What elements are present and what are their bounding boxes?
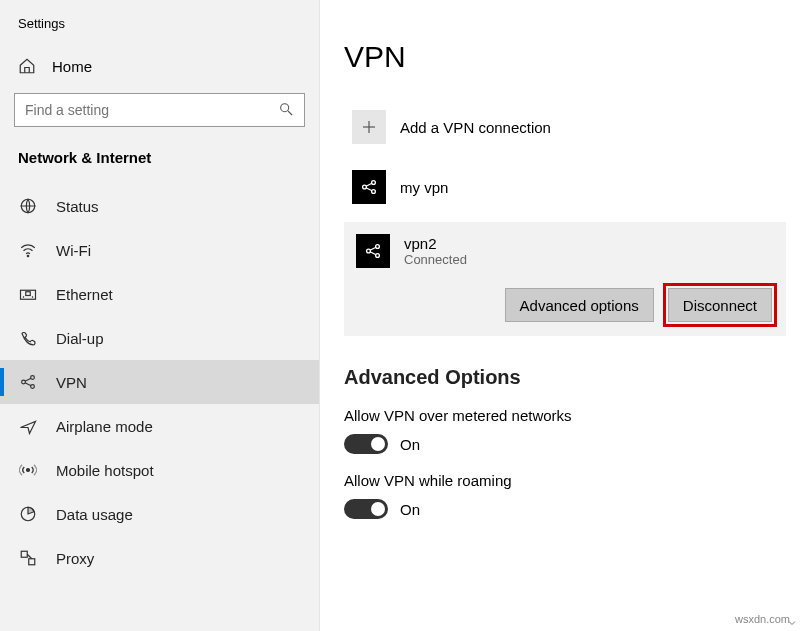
ethernet-icon <box>18 284 38 304</box>
vpn-item-myvpn[interactable]: my vpn <box>344 162 800 212</box>
vpn-icon <box>18 372 38 392</box>
sidebar-item-status[interactable]: Status <box>0 184 319 228</box>
home-icon <box>18 57 36 75</box>
svg-line-23 <box>366 183 372 186</box>
app-title: Settings <box>0 0 319 47</box>
sidebar-item-wifi[interactable]: Wi-Fi <box>0 228 319 272</box>
nav-label: Wi-Fi <box>56 242 91 259</box>
nav-label: Status <box>56 198 99 215</box>
vpn-roaming-section: Allow VPN while roaming On <box>344 472 800 519</box>
main-panel: VPN Add a VPN connection my vpn vpn2 Con… <box>320 0 800 631</box>
nav-label: Mobile hotspot <box>56 462 154 479</box>
add-vpn-label: Add a VPN connection <box>400 119 551 136</box>
wifi-icon <box>18 240 38 260</box>
svg-line-11 <box>25 378 31 381</box>
svg-point-0 <box>281 103 289 111</box>
sidebar-item-dialup[interactable]: Dial-up <box>0 316 319 360</box>
search-input[interactable] <box>25 102 278 118</box>
plus-icon <box>352 110 386 144</box>
vpn-roaming-state: On <box>400 501 420 518</box>
svg-line-1 <box>288 111 292 115</box>
page-title: VPN <box>344 40 800 74</box>
sidebar-item-datausage[interactable]: Data usage <box>0 492 319 536</box>
svg-rect-5 <box>26 292 31 296</box>
nav-label: Ethernet <box>56 286 113 303</box>
svg-line-17 <box>27 554 32 559</box>
nav-label: Dial-up <box>56 330 104 347</box>
nav-list: Status Wi-Fi Ethernet Dial-up VPN <box>0 184 319 580</box>
vpn-selected-status: Connected <box>404 252 467 267</box>
sidebar-item-airplane[interactable]: Airplane mode <box>0 404 319 448</box>
vpn-selected-name: vpn2 <box>404 235 467 252</box>
search-icon <box>278 101 294 120</box>
svg-point-3 <box>27 255 29 257</box>
scrollbar[interactable] <box>784 0 800 631</box>
svg-point-13 <box>27 469 30 472</box>
nav-label: Data usage <box>56 506 133 523</box>
svg-line-28 <box>370 247 376 250</box>
vpn-metered-label: Allow VPN over metered networks <box>344 407 800 424</box>
disconnect-button[interactable]: Disconnect <box>668 288 772 322</box>
svg-line-12 <box>25 383 31 386</box>
hotspot-icon <box>18 460 38 480</box>
advanced-options-button[interactable]: Advanced options <box>505 288 654 322</box>
nav-label: VPN <box>56 374 87 391</box>
vpn-item-selected[interactable]: vpn2 Connected Advanced options Disconne… <box>344 222 786 336</box>
sidebar-item-ethernet[interactable]: Ethernet <box>0 272 319 316</box>
sidebar-item-vpn[interactable]: VPN <box>0 360 319 404</box>
airplane-icon <box>18 416 38 436</box>
watermark: wsxdn.com <box>735 613 790 625</box>
vpn-metered-toggle[interactable] <box>344 434 388 454</box>
vpn-roaming-label: Allow VPN while roaming <box>344 472 800 489</box>
vpn-roaming-toggle[interactable] <box>344 499 388 519</box>
sidebar: Settings Home Network & Internet Status … <box>0 0 320 631</box>
svg-line-29 <box>370 252 376 255</box>
sidebar-item-hotspot[interactable]: Mobile hotspot <box>0 448 319 492</box>
datausage-icon <box>18 504 38 524</box>
proxy-icon <box>18 548 38 568</box>
vpn-network-icon <box>352 170 386 204</box>
section-header: Network & Internet <box>0 149 319 184</box>
vpn-metered-section: Allow VPN over metered networks On <box>344 407 800 454</box>
home-label: Home <box>52 58 92 75</box>
svg-rect-15 <box>21 551 27 557</box>
nav-label: Proxy <box>56 550 94 567</box>
vpn-metered-state: On <box>400 436 420 453</box>
sidebar-item-proxy[interactable]: Proxy <box>0 536 319 580</box>
advanced-options-heading: Advanced Options <box>344 366 800 389</box>
add-vpn-row[interactable]: Add a VPN connection <box>344 102 800 152</box>
dialup-icon <box>18 328 38 348</box>
status-icon <box>18 196 38 216</box>
sidebar-item-home[interactable]: Home <box>0 47 319 93</box>
nav-label: Airplane mode <box>56 418 153 435</box>
vpn-network-icon <box>356 234 390 268</box>
svg-line-24 <box>366 188 372 191</box>
svg-rect-16 <box>29 559 35 565</box>
search-box[interactable] <box>14 93 305 127</box>
vpn-item-label: my vpn <box>400 179 448 196</box>
